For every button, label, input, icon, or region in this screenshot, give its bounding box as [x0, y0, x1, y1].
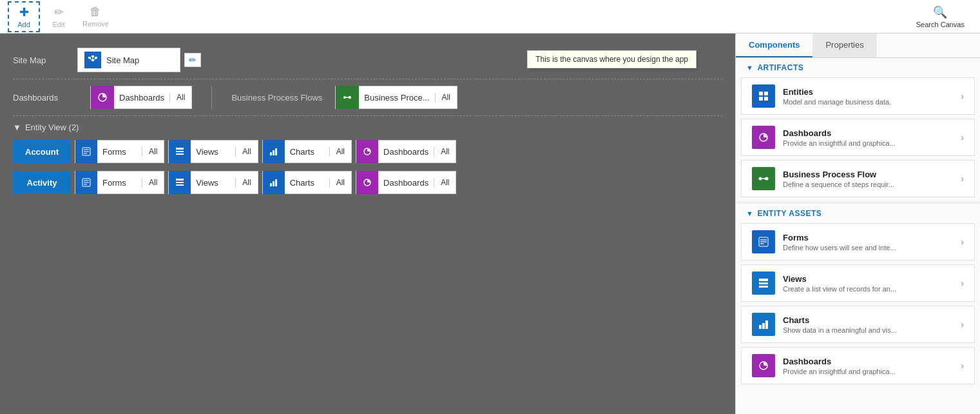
views-comp-title: Views — [783, 274, 961, 284]
activity-dashboards-icon — [356, 171, 378, 194]
activity-button[interactable]: Activity — [13, 171, 71, 194]
add-label: Add — [17, 21, 30, 28]
sitemap-icon — [84, 52, 101, 68]
account-button[interactable]: Account — [13, 140, 71, 163]
svg-rect-0 — [88, 57, 91, 59]
activity-charts-all[interactable]: All — [330, 178, 351, 187]
comp-item-dashboards[interactable]: Dashboards Provide an insightful and gra… — [741, 119, 975, 156]
activity-views-all[interactable]: All — [236, 178, 257, 187]
svg-rect-17 — [176, 151, 184, 152]
bpf-icon — [752, 167, 775, 190]
charts-comp-desc: Show data in a meaningful and vis... — [783, 326, 961, 334]
entity-view-label: Entity View (2) — [25, 123, 79, 132]
account-views-icon — [169, 140, 191, 163]
add-button[interactable]: ✚ Add — [8, 1, 40, 32]
comp-item-bpf[interactable]: Business Process Flow Define a sequence … — [741, 160, 975, 197]
svg-rect-51 — [762, 323, 765, 329]
views-comp-desc: Create a list view of records for an... — [783, 285, 961, 293]
row-divider — [211, 86, 212, 109]
sitemap-name: Site Map — [106, 55, 139, 65]
svg-rect-48 — [759, 282, 768, 284]
comp-item-views[interactable]: Views Create a list view of records for … — [741, 264, 975, 302]
comp-item-entity-dashboards[interactable]: Dashboards Provide an insightful and gra… — [741, 347, 975, 384]
svg-rect-31 — [273, 181, 274, 186]
remove-button[interactable]: 🗑 Remove — [75, 3, 117, 30]
bpf-comp-title: Business Process Flow — [783, 170, 961, 179]
activity-dashboards-all[interactable]: All — [434, 178, 456, 187]
charts-icon — [752, 313, 775, 336]
artifacts-dashboards-title: Dashboards — [783, 128, 961, 138]
svg-rect-47 — [759, 279, 768, 281]
forms-comp-desc: Define how users will see and inte... — [783, 244, 961, 251]
entity-row-account: Account Forms All — [13, 136, 722, 167]
right-panel: Components Properties ▼ ARTIFACTS — [735, 34, 980, 414]
activity-forms-icon — [75, 171, 97, 194]
account-dashboards-all[interactable]: All — [434, 147, 456, 156]
account-charts-all[interactable]: All — [330, 147, 351, 156]
charts-comp-text: Charts Show data in a meaningful and vis… — [783, 315, 961, 334]
views-icon — [752, 271, 775, 295]
edit-icon: ✏ — [54, 5, 64, 19]
bpf-chip[interactable]: Business Proce... All — [335, 86, 457, 109]
artifacts-section-header[interactable]: ▼ ARTIFACTS — [736, 58, 980, 77]
dashboards-chip-all[interactable]: All — [170, 86, 191, 108]
dashboards-chip[interactable]: Dashboards All — [90, 86, 192, 109]
account-views-all[interactable]: All — [236, 147, 257, 156]
entity-dashboards-chevron: › — [961, 360, 964, 371]
sitemap-label: Site Map — [13, 55, 77, 65]
bpf-comp-desc: Define a sequence of steps requir... — [783, 181, 961, 188]
activity-views-chip[interactable]: Views All — [168, 171, 258, 194]
remove-icon: 🗑 — [90, 5, 101, 19]
tab-components[interactable]: Components — [736, 34, 812, 57]
entity-dashboards-comp-text: Dashboards Provide an insightful and gra… — [783, 357, 961, 375]
sitemap-box[interactable]: Site Map — [77, 48, 180, 72]
account-forms-label: Forms — [97, 147, 142, 157]
activity-charts-icon — [263, 171, 285, 194]
activity-forms-all[interactable]: All — [142, 178, 164, 187]
edit-label: Edit — [53, 21, 65, 28]
account-views-chip[interactable]: Views All — [168, 140, 258, 163]
comp-item-charts[interactable]: Charts Show data in a meaningful and vis… — [741, 306, 975, 343]
account-charts-label: Charts — [285, 147, 330, 157]
svg-point-8 — [343, 96, 346, 99]
comp-item-entities[interactable]: Entities Model and manage business data.… — [741, 77, 975, 115]
comp-item-forms[interactable]: Forms Define how users will see and inte… — [741, 223, 975, 261]
entities-desc: Model and manage business data. — [783, 98, 961, 106]
forms-icon — [752, 230, 775, 253]
entity-row-activity: Activity Forms All — [13, 167, 722, 198]
entity-assets-header-label: ENTITY ASSETS — [757, 209, 821, 218]
svg-rect-37 — [764, 97, 768, 101]
bpf-chip-all[interactable]: All — [436, 86, 457, 108]
activity-label: Activity — [27, 178, 57, 188]
svg-rect-2 — [95, 57, 97, 59]
edit-button[interactable]: ✏ Edit — [43, 3, 75, 31]
search-canvas-button[interactable]: 🔍 Search Canvas — [908, 3, 972, 31]
account-forms-all[interactable]: All — [142, 147, 164, 156]
svg-rect-35 — [764, 92, 768, 95]
activity-dashboards-chip[interactable]: Dashboards All — [356, 171, 456, 194]
account-dashboards-chip[interactable]: Dashboards All — [356, 140, 456, 163]
bpf-comp-text: Business Process Flow Define a sequence … — [783, 170, 961, 188]
activity-forms-chip[interactable]: Forms All — [75, 171, 164, 194]
entity-dashboards-comp-title: Dashboards — [783, 357, 961, 366]
svg-rect-50 — [759, 325, 762, 329]
entity-view-collapse-icon: ▼ — [13, 123, 21, 132]
entity-dashboards-icon — [752, 354, 775, 377]
account-forms-chip[interactable]: Forms All — [75, 140, 164, 163]
account-charts-chip[interactable]: Charts All — [262, 140, 352, 163]
main-layout: Site Map — [0, 34, 980, 414]
tab-properties[interactable]: Properties — [812, 34, 876, 57]
svg-rect-30 — [270, 183, 272, 186]
entities-icon — [752, 84, 775, 108]
entity-assets-section-header[interactable]: ▼ ENTITY ASSETS — [736, 204, 980, 223]
svg-rect-21 — [275, 148, 277, 155]
sitemap-edit-button[interactable]: ✏ — [184, 53, 201, 67]
entities-title: Entities — [783, 87, 961, 97]
charts-comp-title: Charts — [783, 315, 961, 325]
account-label: Account — [25, 147, 59, 157]
activity-charts-chip[interactable]: Charts All — [262, 171, 352, 194]
add-icon: ✚ — [19, 5, 29, 19]
entity-view-header[interactable]: ▼ Entity View (2) — [13, 116, 722, 136]
bpf-chip-name: Business Proce... — [359, 93, 435, 103]
forms-comp-title: Forms — [783, 233, 961, 242]
